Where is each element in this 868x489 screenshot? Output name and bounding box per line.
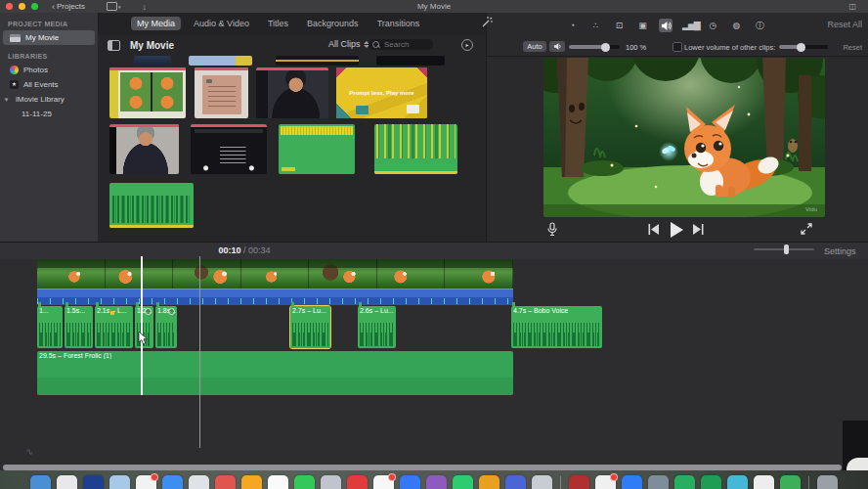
dock-app-icon[interactable] xyxy=(215,475,236,489)
media-thumb-sliver-dim[interactable] xyxy=(376,56,445,66)
dock-app-icon[interactable] xyxy=(780,475,801,489)
media-thumb-audio-spikes[interactable] xyxy=(374,124,457,174)
volume-icon[interactable] xyxy=(659,19,673,32)
media-thumb-webcam[interactable] xyxy=(109,124,179,174)
sidebar-item-11-11-25[interactable]: 11-11-25 xyxy=(0,107,98,121)
dock-app-icon[interactable] xyxy=(189,475,209,489)
dock-app-icon[interactable] xyxy=(701,475,721,489)
dock-app-icon[interactable] xyxy=(754,475,774,489)
dock-app-icon[interactable] xyxy=(453,475,473,489)
sidebar-toggle-icon[interactable] xyxy=(108,40,120,51)
tab-transitions[interactable]: Transitions xyxy=(371,17,426,30)
reset-all-button[interactable]: Reset All xyxy=(827,20,862,29)
dock-app-icon[interactable] xyxy=(109,475,130,489)
projects-back-button[interactable]: ‹ Projects xyxy=(52,2,85,12)
close-window-button[interactable] xyxy=(6,3,13,10)
video-filmstrip[interactable] xyxy=(37,259,513,289)
timeline-clip-1-5s[interactable]: 1.5s... xyxy=(65,306,93,348)
playhead[interactable] xyxy=(141,256,143,395)
minimize-window-button[interactable] xyxy=(19,3,25,10)
dock-app-icon[interactable] xyxy=(622,475,642,489)
media-thumb-presenter[interactable] xyxy=(256,67,328,118)
dock-app-icon[interactable] xyxy=(83,475,104,489)
video-audio-track[interactable] xyxy=(37,289,513,305)
dock-app-icon[interactable] xyxy=(479,475,499,489)
skip-back-icon[interactable] xyxy=(648,224,659,235)
noise-reduction-icon[interactable]: ▂▅▇ xyxy=(682,19,696,32)
color-balance-icon[interactable]: ∴ xyxy=(588,19,602,32)
dock-app-icon[interactable] xyxy=(426,475,447,489)
media-thumb-sliver-blue[interactable] xyxy=(134,56,171,66)
circled-arrow-icon[interactable]: ▸ xyxy=(461,39,473,51)
dock-app-icon[interactable] xyxy=(136,475,156,489)
info-icon[interactable]: ⓘ xyxy=(753,19,766,32)
window-action-icon[interactable]: ◫ xyxy=(848,2,856,11)
dock-app-icon[interactable] xyxy=(57,475,77,489)
dock-app-icon[interactable] xyxy=(648,475,669,489)
enhance-wand-icon[interactable] xyxy=(480,16,494,29)
dock-app-icon[interactable] xyxy=(162,475,183,489)
dock-app-icon[interactable] xyxy=(294,475,315,489)
media-thumb-terminal[interactable] xyxy=(191,124,267,174)
clip-filter-icon[interactable]: ◍ xyxy=(729,19,743,32)
dock-app-icon[interactable] xyxy=(268,475,288,489)
media-thumb-sliver-sky[interactable] xyxy=(189,56,252,66)
tab-audio-video[interactable]: Audio & Video xyxy=(188,17,255,30)
record-voiceover-mic-icon[interactable] xyxy=(546,222,558,238)
dock-app-icon[interactable] xyxy=(400,475,420,489)
timeline-clip-2-1s-l[interactable]: 2.1s – L... xyxy=(95,306,133,348)
timeline-clip-2-6s-lu[interactable]: 2.6s – Lu... xyxy=(358,306,396,348)
dock-app-icon[interactable] xyxy=(674,475,695,489)
sidebar-item-all-events[interactable]: ★All Events xyxy=(0,77,98,92)
tab-my-media[interactable]: My Media xyxy=(131,17,181,30)
fullscreen-icon[interactable] xyxy=(801,223,812,235)
speed-icon[interactable]: ◷ xyxy=(706,19,719,32)
dock-app-icon[interactable] xyxy=(505,475,526,489)
timeline-clip-2-7s-lu[interactable]: 2.7s – Lu... xyxy=(290,306,330,348)
dock-app-icon[interactable] xyxy=(817,475,838,489)
media-thumb-doc[interactable] xyxy=(195,67,248,118)
color-correction-icon[interactable]: ◔ xyxy=(565,19,579,32)
timeline-settings-button[interactable]: Settings xyxy=(824,246,856,256)
chevron-down-icon[interactable]: ▾ xyxy=(2,96,11,104)
sidebar-item-photos[interactable]: Photos xyxy=(0,63,98,77)
reset-button[interactable]: Reset xyxy=(843,43,862,52)
media-thumb-audio-top[interactable] xyxy=(279,124,355,174)
clip-filter-dropdown[interactable]: All Clips xyxy=(328,39,369,49)
clip-volume-slider[interactable] xyxy=(569,45,620,49)
dock-app-icon[interactable] xyxy=(241,475,262,489)
tab-backgrounds[interactable]: Backgrounds xyxy=(301,17,365,30)
import-media-icon[interactable]: ▾ xyxy=(107,2,121,11)
fade-handle-icon[interactable] xyxy=(145,308,152,315)
timeline-clip-4-7s-bobo-voice[interactable]: 4.7s – Bobo Voice xyxy=(511,306,602,348)
dock-app-icon[interactable] xyxy=(321,475,341,489)
dock-app-icon[interactable] xyxy=(532,475,552,489)
stabilization-icon[interactable]: ▣ xyxy=(635,19,649,32)
media-thumb-promo[interactable]: Prompt less, Play more xyxy=(336,67,427,118)
lower-slider-knob[interactable] xyxy=(797,43,805,52)
dock-app-icon[interactable] xyxy=(569,475,589,489)
timeline-clip-1[interactable]: 1... xyxy=(37,306,63,348)
play-button[interactable] xyxy=(670,222,683,238)
dock-app-icon[interactable] xyxy=(595,475,616,489)
sidebar-item-imovie-library[interactable]: ▾iMovie Library xyxy=(0,92,98,107)
media-thumb-audio-wave[interactable] xyxy=(109,183,194,228)
background-music-clip[interactable]: 29.5s – Forest Frolic (1) xyxy=(37,351,513,395)
auto-volume-button[interactable]: Auto xyxy=(523,41,546,52)
lower-volume-checkbox[interactable] xyxy=(673,42,682,52)
dock-app-icon[interactable] xyxy=(30,475,51,489)
dock-app-icon[interactable] xyxy=(727,475,748,489)
zoom-window-button[interactable] xyxy=(31,3,38,10)
lower-volume-slider[interactable] xyxy=(779,45,828,49)
dock-app-icon[interactable] xyxy=(347,475,368,489)
volume-slider-knob[interactable] xyxy=(601,43,610,52)
dock-app-icon[interactable] xyxy=(373,475,394,489)
media-thumb-fox-grid[interactable] xyxy=(109,67,186,118)
fade-handle-icon[interactable] xyxy=(168,308,175,315)
timeline-zoom-slider[interactable] xyxy=(754,248,814,250)
audio-waveform-toggle-icon[interactable]: ∿ xyxy=(25,446,33,457)
search-input[interactable] xyxy=(382,39,429,50)
mute-button[interactable] xyxy=(549,41,565,52)
skip-forward-icon[interactable] xyxy=(693,224,704,235)
search-field[interactable] xyxy=(369,39,433,50)
